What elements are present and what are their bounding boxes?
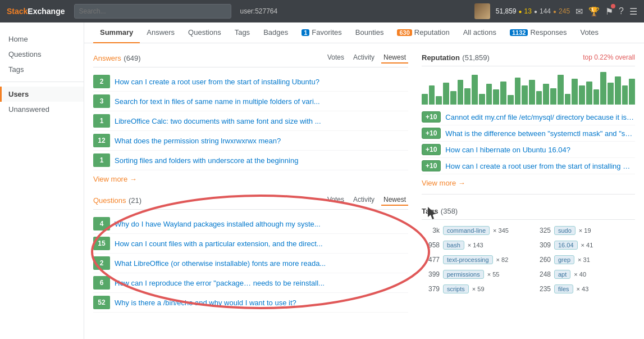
tab-answers[interactable]: Answers (140, 22, 181, 43)
question-row: 52 Why is there a /bin/echo and why woul… (93, 293, 408, 313)
tab-favorites[interactable]: 1 Favorites (295, 22, 349, 43)
tab-tags[interactable]: Tags (228, 22, 257, 43)
tag-score: 325 (533, 227, 551, 234)
tag-row-left-0: 3k command-line × 345 (422, 224, 524, 237)
tag-score-x: × 31 (578, 256, 590, 263)
bar-27 (615, 76, 621, 105)
tab-questions[interactable]: Questions (181, 22, 228, 43)
tag-pill[interactable]: command-line (443, 226, 490, 235)
bronze-badge-dot: ● (553, 8, 556, 15)
tag-score: 248 (533, 270, 551, 278)
notifications-icon[interactable]: ⚑ (605, 6, 613, 17)
tag-row-right-1: 309 16.04 × 41 (533, 239, 635, 251)
rep-top-link[interactable]: top 0.22% overall (583, 53, 635, 61)
sidebar-item-unanswered[interactable]: Unanswered (0, 102, 84, 117)
tag-row-right-4: 235 files × 43 (533, 283, 635, 295)
rep-row: +10 Cannot edit my.cnf file /etc/mysql/ … (422, 109, 635, 125)
rep-item-title[interactable]: How can I hibernate on Ubuntu 16.04? (445, 146, 570, 154)
help-icon[interactable]: ? (619, 6, 624, 16)
tag-count: 399 (422, 270, 440, 278)
silver-badge-count: 144 (540, 7, 551, 15)
answers-tab-votes[interactable]: Votes (325, 52, 346, 64)
tag-pill-score[interactable]: files (554, 284, 573, 293)
rep-badge: +10 (422, 128, 441, 139)
rep-badge: +10 (422, 111, 441, 123)
rep-item-title[interactable]: How can I create a root user from the st… (445, 162, 635, 170)
tag-pill[interactable]: scripts (443, 284, 469, 293)
questions-tab-activity[interactable]: Activity (351, 195, 377, 206)
sidebar-item-home[interactable]: Home (0, 31, 84, 47)
rep-item-title[interactable]: What is the difference between "systemct… (445, 129, 635, 138)
answer-score: 12 (93, 134, 110, 147)
tag-pill-score[interactable]: sudo (554, 226, 576, 235)
bar-19 (558, 75, 564, 105)
tag-count: 958 (422, 241, 440, 249)
tag-row-left-4: 379 scripts × 59 (422, 283, 524, 295)
tag-x: × 82 (496, 256, 509, 263)
tag-row-right-0: 325 sudo × 19 (533, 224, 635, 237)
tag-pill[interactable]: permissions (443, 270, 484, 279)
answer-title[interactable]: Sorting files and folders with underscor… (115, 156, 298, 165)
rep-item-title[interactable]: Cannot edit my.cnf file /etc/mysql/ dire… (445, 113, 635, 121)
bar-5 (458, 80, 464, 105)
sidebar-item-users[interactable]: Users (0, 87, 84, 102)
gold-badge-dot: ● (519, 8, 522, 15)
answers-tab-activity[interactable]: Activity (351, 52, 377, 64)
avatar[interactable] (474, 3, 490, 19)
question-title[interactable]: Why do I have Wayland packages installed… (115, 220, 321, 228)
sidebar-item-tags[interactable]: Tags (0, 62, 84, 77)
answers-tab-newest[interactable]: Newest (381, 52, 408, 64)
answer-title[interactable]: How can I create a root user from the st… (115, 78, 319, 86)
tab-badges[interactable]: Badges (257, 22, 295, 43)
menu-icon[interactable]: ☰ (629, 6, 637, 17)
bar-15 (529, 80, 535, 105)
question-title[interactable]: How can I reproduce the error "package… … (115, 279, 325, 287)
tag-pill-score[interactable]: 16.04 (554, 241, 578, 250)
inbox-icon[interactable]: ✉ (576, 6, 583, 17)
rep-row: +10 What is the difference between "syst… (422, 125, 635, 142)
questions-tab-newest[interactable]: Newest (381, 195, 408, 206)
tag-score: 309 (533, 241, 551, 249)
tab-votes[interactable]: Votes (573, 22, 605, 43)
tag-pill[interactable]: text-processing (443, 255, 493, 264)
tags-section: Tags (358) 3k command-line × 345 325 sud… (422, 206, 635, 295)
responses-badge: 1132 (510, 29, 528, 36)
bar-11 (500, 82, 506, 105)
question-title[interactable]: What LibreOffice (or otherwise installab… (115, 259, 326, 268)
question-title[interactable]: How can I count files with a particular … (115, 239, 323, 248)
answer-title[interactable]: LibreOffice Calc: two documents with sam… (115, 117, 321, 125)
tag-pill-score[interactable]: apt (554, 270, 570, 279)
answer-title[interactable]: What does the permission string lrwxrwxr… (115, 137, 281, 145)
questions-header: Questions (21) Votes Activity Newest (93, 195, 408, 210)
answers-view-more[interactable]: View more → (93, 175, 137, 183)
logo[interactable]: StackExchange (7, 7, 65, 16)
user-id-label: user:527764 (240, 7, 278, 15)
tab-summary[interactable]: Summary (93, 22, 140, 43)
tab-all-actions[interactable]: All actions (456, 22, 503, 43)
question-title[interactable]: Why is there a /bin/echo and why would I… (115, 299, 296, 307)
tag-pill[interactable]: bash (443, 241, 464, 250)
answer-row: 1 Sorting files and folders with undersc… (93, 151, 408, 170)
questions-tabs: Votes Activity Newest (325, 195, 408, 206)
answers-title: Answers (649) (93, 53, 325, 63)
logo-stack: Stack (7, 7, 28, 16)
questions-tab-votes[interactable]: Votes (325, 195, 346, 206)
content-area: Answers (649) Votes Activity Newest 2 Ho… (84, 43, 644, 322)
achievements-icon[interactable]: 🏆 (588, 6, 600, 17)
main-content: Summary Answers Questions Tags Badges 1 … (84, 22, 644, 339)
tab-reputation[interactable]: 630 Reputation (390, 22, 456, 43)
tag-pill-score[interactable]: grep (554, 255, 574, 264)
answers-section: Answers (649) Votes Activity Newest 2 Ho… (93, 52, 408, 183)
rep-view-more[interactable]: View more → (422, 179, 465, 187)
tab-responses[interactable]: 1132 Responses (503, 22, 574, 43)
tags-header: Tags (358) (422, 206, 635, 220)
tab-bounties[interactable]: Bounties (349, 22, 391, 43)
sidebar-item-questions[interactable]: Questions (0, 47, 84, 62)
bronze-badge-count: 245 (559, 7, 570, 15)
rep-badge: +10 (422, 160, 441, 171)
answer-title[interactable]: Search for text in files of same name in… (115, 97, 320, 106)
rep-row: +10 How can I create a root user from th… (422, 158, 635, 174)
left-column: Answers (649) Votes Activity Newest 2 Ho… (93, 52, 422, 313)
tag-x: × 143 (468, 242, 483, 248)
search-input[interactable] (74, 4, 231, 19)
